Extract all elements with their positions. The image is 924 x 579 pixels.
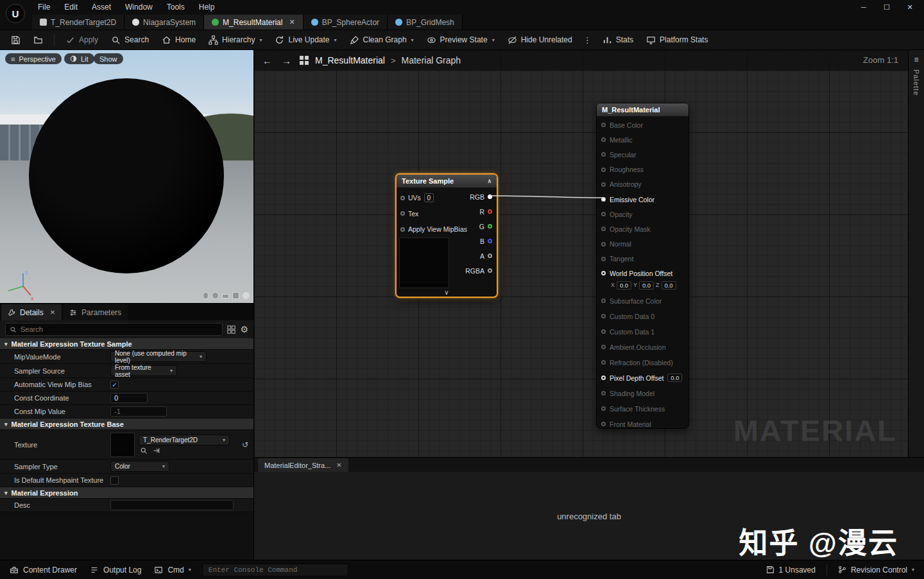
pin-front-material[interactable]: Front Material <box>597 417 689 432</box>
mip-value-mode-dropdown[interactable]: None (use computed mip level) ▾ <box>110 351 207 362</box>
pin-opacity[interactable]: Opacity <box>597 207 689 221</box>
is-default-meshpaint-checkbox[interactable] <box>110 476 119 485</box>
pin-specular[interactable]: Specular <box>597 147 689 162</box>
pin-custom-data-1[interactable]: Custom Data 1 <box>597 324 689 340</box>
pin-tangent[interactable]: Tangent <box>597 252 689 266</box>
minimize-button[interactable]: ─ <box>852 0 875 14</box>
use-selected-asset-icon[interactable] <box>153 447 160 454</box>
console-command-field[interactable] <box>202 564 348 576</box>
back-arrow-icon[interactable]: ← <box>261 55 274 66</box>
browse-to-asset-button[interactable] <box>28 31 49 48</box>
pin-normal[interactable]: Normal <box>597 237 689 252</box>
output-pin-icon[interactable] <box>488 254 492 258</box>
tab-m-resultmaterial[interactable]: M_ResultMaterial ✕ <box>204 15 304 30</box>
material-preview-viewport[interactable]: ≡ Perspective Lit Show z x <box>0 50 253 303</box>
texture-thumbnail[interactable] <box>110 433 135 457</box>
pin-surface-thickness[interactable]: Surface Thickness <box>597 401 689 417</box>
pin-metallic[interactable]: Metallic <box>597 132 689 147</box>
pin-g[interactable]: G <box>453 219 497 234</box>
pin-refraction[interactable]: Refraction (Disabled) <box>597 355 689 370</box>
breadcrumb-asset-name[interactable]: M_ResultMaterial <box>315 55 385 65</box>
wpo-y-input[interactable]: 0.0 <box>639 281 654 290</box>
output-log-button[interactable]: Output Log <box>84 562 147 578</box>
content-drawer-button[interactable]: Content Drawer <box>4 562 83 578</box>
close-tab-icon[interactable]: ✕ <box>336 462 341 469</box>
maximize-button[interactable]: ☐ <box>875 0 898 14</box>
search-button[interactable]: Search <box>105 31 155 48</box>
hide-unrelated-button[interactable]: Hide Unrelated <box>502 31 578 48</box>
node-header[interactable]: M_ResultMaterial <box>597 103 689 116</box>
const-mip-value-input[interactable]: -1 <box>110 406 167 417</box>
menu-tools[interactable]: Tools <box>160 0 192 14</box>
cmd-dropdown-button[interactable]: Cmd ▾ <box>148 562 196 578</box>
unsaved-assets-button[interactable]: 1 Unsaved <box>760 562 821 578</box>
tab-niagarasystem[interactable]: NiagaraSystem <box>124 15 204 30</box>
menu-window[interactable]: Window <box>118 0 160 14</box>
wpo-z-input[interactable]: 0.0 <box>662 281 676 290</box>
palette-sidebar-tab[interactable]: ≡ Palette <box>908 50 924 457</box>
node-m-resultmaterial[interactable]: M_ResultMaterial Base Color Metallic Spe… <box>596 103 689 429</box>
output-pin-icon[interactable] <box>488 268 492 273</box>
reset-to-default-icon[interactable]: ↺ <box>242 440 248 449</box>
automatic-view-mip-bias-checkbox[interactable]: ✓ <box>110 381 119 389</box>
forward-arrow-icon[interactable]: → <box>280 55 293 66</box>
section-material-expression[interactable]: ▾ Material Expression <box>0 487 253 499</box>
pin-shading-model[interactable]: Shading Model <box>597 386 689 401</box>
sampler-type-dropdown[interactable]: Color ▾ <box>110 461 169 472</box>
pin-pixel-depth-offset[interactable]: Pixel Depth Offset0.0 <box>597 370 689 386</box>
browse-to-asset-icon[interactable] <box>140 447 148 454</box>
pin-a[interactable]: A <box>453 248 497 263</box>
details-settings-gear-icon[interactable]: ⚙ <box>240 325 248 334</box>
details-search-box[interactable] <box>5 323 223 336</box>
input-pin-icon[interactable] <box>400 227 405 232</box>
preview-shape-sphere-button[interactable] <box>212 292 219 299</box>
home-button[interactable]: Home <box>156 31 201 48</box>
collapse-down-icon[interactable]: ∨ <box>397 289 497 296</box>
apply-button[interactable]: Apply <box>60 31 104 48</box>
node-texture-sample[interactable]: Texture Sample ∧ UVs 0 Tex Apply View Mi… <box>395 173 498 298</box>
pin-ambient-occlusion[interactable]: Ambient Occlusion <box>597 340 689 355</box>
input-pin-icon[interactable] <box>400 211 405 216</box>
tab-parameters[interactable]: Parameters <box>63 304 128 320</box>
revision-control-button[interactable]: Revision Control ▾ <box>832 562 920 578</box>
menu-help[interactable]: Help <box>192 0 222 14</box>
close-window-button[interactable]: ✕ <box>898 0 921 14</box>
search-input[interactable] <box>21 325 218 333</box>
pin-subsurface-color[interactable]: Subsurface Color <box>597 293 689 309</box>
output-pin-icon[interactable] <box>488 194 492 199</box>
live-update-button[interactable]: Live Update ▾ <box>269 31 342 48</box>
output-pin-icon[interactable] <box>488 209 492 214</box>
tab-material-editor-stats[interactable]: MaterialEditor_Stra... ✕ <box>258 458 348 472</box>
preview-shape-custom-mesh-button[interactable] <box>243 292 250 299</box>
hierarchy-button[interactable]: Hierarchy ▾ <box>203 31 268 48</box>
node-header[interactable]: Texture Sample ∧ <box>397 175 497 187</box>
collapse-up-icon[interactable]: ∧ <box>487 178 492 184</box>
preview-shape-cube-button[interactable] <box>232 292 239 299</box>
more-options-kebab-icon[interactable]: ⋮ <box>579 35 595 45</box>
viewport-menu-button[interactable]: ≡ Perspective <box>5 53 62 64</box>
output-pin-icon[interactable] <box>488 239 492 243</box>
texture-asset-dropdown[interactable]: T_RenderTarget2D ▾ <box>139 435 230 445</box>
pin-world-position-offset[interactable]: World Position Offset <box>597 266 689 281</box>
save-button[interactable] <box>5 31 26 48</box>
desc-input[interactable] <box>110 500 234 510</box>
pin-emissive-color[interactable]: Emissive Color <box>597 192 689 207</box>
clean-graph-button[interactable]: Clean Graph ▾ <box>344 31 420 48</box>
input-pin-icon[interactable] <box>400 196 405 200</box>
uvs-value-box[interactable]: 0 <box>424 193 434 202</box>
stats-button[interactable]: Stats <box>597 31 639 48</box>
tab-bp-sphereactor[interactable]: BP_SphereActor <box>304 15 388 30</box>
menu-file[interactable]: File <box>31 0 57 14</box>
preview-shape-plane-button[interactable] <box>222 294 229 298</box>
pin-opacity-mask[interactable]: Opacity Mask <box>597 221 689 236</box>
preview-state-button[interactable]: Preview State ▾ <box>421 31 501 48</box>
menu-asset[interactable]: Asset <box>85 0 118 14</box>
show-menu-button[interactable]: Show <box>94 53 123 64</box>
menu-edit[interactable]: Edit <box>57 0 85 14</box>
breadcrumb-current-page[interactable]: Material Graph <box>402 55 461 65</box>
tab-bp-gridmesh[interactable]: BP_GridMesh <box>388 15 463 30</box>
tab-t-rendertarget2d[interactable]: T_RenderTarget2D <box>32 15 124 30</box>
lit-mode-button[interactable]: Lit <box>64 53 94 64</box>
section-material-expression-texture-base[interactable]: ▾ Material Expression Texture Base <box>0 419 253 430</box>
platform-stats-button[interactable]: Platform Stats <box>640 31 714 48</box>
